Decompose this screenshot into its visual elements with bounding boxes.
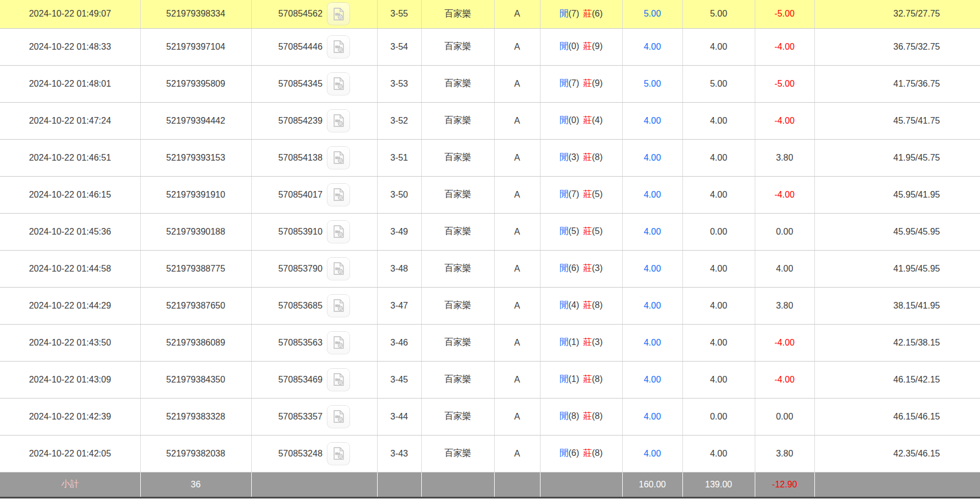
video-replay-button[interactable] <box>327 35 350 59</box>
game-type-cell: 百家樂 <box>421 139 494 176</box>
table-code-cell: A <box>494 0 540 28</box>
time-cell: 2024-10-22 01:46:15 <box>0 176 140 213</box>
bet-id-cell: 521979395809 <box>140 65 251 102</box>
game-type-cell: 百家樂 <box>421 324 494 361</box>
video-replay-button[interactable] <box>327 368 350 391</box>
video-replay-icon <box>331 446 346 461</box>
bet-amount-cell: 4.00 <box>622 102 682 139</box>
bet-id-cell: 521979386089 <box>140 324 251 361</box>
bet-amount-cell: 4.00 <box>622 28 682 65</box>
balance-value: 45.75/41.75 <box>893 116 940 125</box>
video-replay-button[interactable] <box>327 294 350 317</box>
table-row[interactable]: 2024-10-22 01:44:58 521979388775 5708537… <box>0 250 980 287</box>
table-row[interactable]: 2024-10-22 01:44:29 521979387650 5708536… <box>0 287 980 324</box>
bet-amount: 4.00 <box>644 264 661 273</box>
subtotal-valid-cell: 139.00 <box>682 472 755 497</box>
time-cell: 2024-10-22 01:48:01 <box>0 65 140 102</box>
balance-value: 36.75/32.75 <box>893 42 940 51</box>
balance-value: 45.95/45.95 <box>893 227 940 236</box>
bet-time: 2024-10-22 01:47:24 <box>29 116 111 125</box>
banker-score: (3) <box>592 337 603 347</box>
valid-amount: 4.00 <box>710 153 727 162</box>
balance-cell: 45.75/41.75 <box>814 102 980 139</box>
table-row[interactable]: 2024-10-22 01:48:01 521979395809 5708543… <box>0 65 980 102</box>
valid-amount: 4.00 <box>710 301 727 310</box>
video-replay-button[interactable] <box>327 220 350 243</box>
table-row[interactable]: 2024-10-22 01:49:07 521979398334 5708545… <box>0 0 980 28</box>
bet-amount: 4.00 <box>644 338 661 347</box>
round-number: 3-48 <box>390 264 408 273</box>
video-replay-button[interactable] <box>327 257 350 280</box>
winloss-value: 0.00 <box>776 227 793 236</box>
table-code: A <box>514 79 520 88</box>
round-cell: 3-43 <box>377 435 421 472</box>
table-row[interactable]: 2024-10-22 01:48:33 521979397104 5708544… <box>0 28 980 65</box>
bet-id-cell: 521979387650 <box>140 287 251 324</box>
table-row[interactable]: 2024-10-22 01:47:24 521979394442 5708542… <box>0 102 980 139</box>
game-id-cell: 570854446 <box>251 28 377 65</box>
time-cell: 2024-10-22 01:47:24 <box>0 102 140 139</box>
winloss-value: -4.00 <box>775 42 794 51</box>
video-replay-button[interactable] <box>327 183 350 206</box>
game-id: 570854138 <box>278 153 322 163</box>
table-row[interactable]: 2024-10-22 01:43:50 521979386089 5708535… <box>0 324 980 361</box>
video-replay-button[interactable] <box>327 146 350 169</box>
video-replay-icon <box>331 224 346 239</box>
subtotal-winloss-total: -12.90 <box>772 480 797 489</box>
game-type: 百家樂 <box>444 152 471 162</box>
winloss-cell: -4.00 <box>755 102 814 139</box>
game-type: 百家樂 <box>444 411 471 421</box>
table-row[interactable]: 2024-10-22 01:42:05 521979382038 5708532… <box>0 435 980 472</box>
table-row[interactable]: 2024-10-22 01:43:09 521979384350 5708534… <box>0 361 980 398</box>
game-type: 百家樂 <box>444 337 471 347</box>
round-number: 3-45 <box>390 375 408 384</box>
game-type: 百家樂 <box>444 78 471 88</box>
balance-value: 42.15/38.15 <box>893 338 940 347</box>
result-cell: 閒(3)莊(8) <box>540 139 622 176</box>
balance-value: 46.15/46.15 <box>893 412 940 421</box>
balance-cell: 42.15/38.15 <box>814 324 980 361</box>
bet-id: 521979387650 <box>166 301 225 310</box>
balance-value: 38.15/41.95 <box>893 301 940 310</box>
winloss-cell: -4.00 <box>755 324 814 361</box>
valid-amount: 5.00 <box>710 9 727 18</box>
game-id: 570854239 <box>278 116 322 126</box>
bet-amount: 4.00 <box>644 153 661 162</box>
game-id: 570854017 <box>278 190 322 200</box>
video-replay-button[interactable] <box>327 72 350 95</box>
bet-amount-cell: 4.00 <box>622 361 682 398</box>
video-replay-button[interactable] <box>327 405 350 428</box>
banker-label: 莊 <box>583 300 592 310</box>
banker-score: (8) <box>592 448 603 458</box>
winloss-cell: -4.00 <box>755 176 814 213</box>
winloss-cell: -4.00 <box>755 361 814 398</box>
video-replay-icon <box>331 150 346 165</box>
valid-amount: 0.00 <box>710 227 727 236</box>
table-row[interactable]: 2024-10-22 01:42:39 521979383328 5708533… <box>0 398 980 435</box>
video-replay-button[interactable] <box>327 109 350 132</box>
table-row[interactable]: 2024-10-22 01:45:36 521979390188 5708539… <box>0 213 980 250</box>
game-type-cell: 百家樂 <box>421 287 494 324</box>
video-replay-button[interactable] <box>327 442 350 465</box>
table-row[interactable]: 2024-10-22 01:46:15 521979391910 5708540… <box>0 176 980 213</box>
winloss-value: -4.00 <box>775 375 794 384</box>
result-cell: 閒(5)莊(5) <box>540 213 622 250</box>
video-replay-button[interactable] <box>327 2 350 25</box>
game-type: 百家樂 <box>444 300 471 310</box>
video-replay-button[interactable] <box>327 331 350 354</box>
game-type-cell: 百家樂 <box>421 213 494 250</box>
result-cell: 閒(0)莊(9) <box>540 28 622 65</box>
player-score: (7) <box>568 9 579 18</box>
valid-amount: 4.00 <box>710 264 727 273</box>
valid-amount: 5.00 <box>710 79 727 88</box>
valid-amount-cell: 4.00 <box>682 361 755 398</box>
time-cell: 2024-10-22 01:49:07 <box>0 0 140 28</box>
valid-amount-cell: 4.00 <box>682 324 755 361</box>
banker-score: (3) <box>592 263 603 273</box>
table-row[interactable]: 2024-10-22 01:46:51 521979393153 5708541… <box>0 139 980 176</box>
valid-amount-cell: 5.00 <box>682 0 755 28</box>
time-cell: 2024-10-22 01:42:05 <box>0 435 140 472</box>
winloss-cell: -5.00 <box>755 0 814 28</box>
game-id: 570854345 <box>278 79 322 89</box>
bet-id-cell: 521979384350 <box>140 361 251 398</box>
